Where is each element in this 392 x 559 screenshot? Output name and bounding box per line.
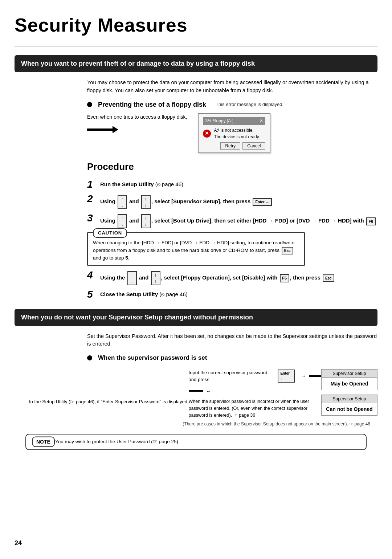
step-num-4: 4 — [87, 270, 98, 281]
caution-label: CAUTION — [93, 228, 127, 238]
step-4-content: Using the ↑↓ and ↑↓, select [Floppy Oper… — [100, 270, 335, 285]
supervisor-when-title: When the supervisor password is set — [98, 353, 207, 363]
bullet-dot — [87, 102, 92, 107]
step-5-content: Close the Setup Utility (⎋ page 46) — [100, 289, 188, 299]
floppy-diagram-row: Even when one tries to access a floppy d… — [87, 113, 377, 153]
kbd-up-2: ↑↓ — [118, 195, 127, 209]
step-5: 5 Close the Setup Utility (⎋ page 46) — [87, 289, 377, 300]
supervisor-left: In the Setup Utility (☞ page 46), if "En… — [29, 369, 189, 405]
section2: When you do not want your Supervisor Set… — [15, 309, 377, 450]
step-3: 3 Using ↑↓ and ↑↓, select [Boot Up Drive… — [87, 213, 377, 228]
error-x-icon: ✕ — [203, 130, 211, 138]
section2-body-text: Set the Supervisor Password. After it ha… — [87, 332, 377, 348]
step-2: 2 Using ↑↓ and ↑↓, select [Supervisor Se… — [87, 193, 377, 209]
supervisor-back-arrow-row: ← — [189, 388, 211, 395]
step-4: 4 Using the ↑↓ and ↑↓, select [Floppy Op… — [87, 270, 377, 285]
kbd-esc-4: Esc — [323, 274, 334, 282]
cancel-button[interactable]: Cancel — [242, 142, 265, 150]
supervisor-incorrect-text: When the supervisor password is incorrec… — [189, 398, 316, 419]
step-num-5: 5 — [87, 289, 98, 300]
supervisor-diagram: In the Setup Utility (☞ page 46), if "En… — [29, 369, 377, 419]
arrow-right-1 — [309, 375, 321, 377]
floppy-left-text: Even when one tries to access a floppy d… — [87, 113, 187, 133]
kbd-tab-4: ↑↓ — [151, 271, 160, 285]
arrow-head — [113, 126, 118, 133]
kbd-tab-3: ↑↓ — [141, 214, 151, 228]
supervisor-subtitle: When the supervisor password is set — [87, 353, 377, 363]
kbd-enter-2: Enter ← — [253, 198, 271, 206]
kbd-fn-4: F6 — [280, 274, 289, 282]
supervisor-input-row: Input the correct supervisor password an… — [189, 369, 321, 383]
top-divider — [15, 46, 377, 46]
section1-body: You may choose to protect the data on yo… — [87, 79, 377, 95]
preventing-subtitle: Preventing the use of a floppy disk This… — [87, 100, 377, 110]
retry-button[interactable]: Retry — [220, 142, 240, 150]
page-title: Security Measures — [15, 11, 377, 39]
caution-box: CAUTION When changing to the [HDD → FDD]… — [87, 232, 305, 266]
bullet-dot-2 — [87, 355, 92, 360]
step-num-1: 1 — [87, 179, 98, 190]
page-number: 24 — [15, 538, 22, 548]
error-box-title: 3½ Floppy [A:] ✕ — [203, 117, 265, 125]
caution-text: When changing to the [HDD → FDD] or [DVD… — [93, 239, 299, 262]
arrow-left-1 — [189, 390, 203, 392]
error-box: 3½ Floppy [A:] ✕ ✕ A:\ is not accessible… — [198, 113, 270, 153]
may-be-opened-title: Supervisor Setup — [322, 370, 377, 378]
note-text: You may wish to protect the User Passwor… — [55, 439, 180, 444]
kbd-up-3: ↑↓ — [118, 214, 127, 228]
bottom-note-small: (There are cases in which the Supervisor… — [15, 421, 370, 427]
procedure-title: Procedure — [87, 160, 377, 174]
section2-body: Set the Supervisor Password. After it ha… — [87, 332, 377, 348]
kbd-esc-caution: Esc — [282, 247, 293, 254]
section2-header: When you do not want your Supervisor Set… — [15, 309, 377, 326]
section1-header: When you want to prevent theft of or dam… — [15, 55, 377, 72]
kbd-fn-3: F6 — [366, 217, 376, 226]
cannot-be-opened-box: Supervisor Setup Can not be Opened — [321, 395, 377, 416]
kbd-up-4: ↑↓ — [127, 271, 137, 285]
cannot-be-opened-title: Supervisor Setup — [322, 395, 377, 403]
step-num-3: 3 — [87, 213, 98, 224]
step-1-content: Run the Setup Utility (⎋ page 46) — [100, 179, 183, 189]
may-be-opened-status: May be Opened — [322, 378, 377, 390]
cannot-be-opened-status: Can not be Opened — [322, 403, 377, 415]
step-2-content: Using ↑↓ and ↑↓, select [Supervisor Setu… — [100, 193, 273, 209]
note-box: NOTE You may wish to protect the User Pa… — [25, 434, 367, 450]
note-tag: NOTE — [32, 437, 55, 447]
kbd-enter-supervisor: Enter ← — [278, 370, 295, 383]
error-note-text: This error message is displayed. — [216, 101, 283, 108]
kbd-tab-2: ↑↓ — [141, 195, 151, 209]
step-num-2: 2 — [87, 193, 98, 205]
supervisor-center: Input the correct supervisor password an… — [189, 369, 321, 419]
error-buttons: Retry Cancel — [203, 142, 265, 150]
supervisor-right: Supervisor Setup May be Opened Superviso… — [321, 369, 377, 416]
may-be-opened-box: Supervisor Setup May be Opened — [321, 369, 377, 390]
arrow-body — [87, 128, 113, 131]
section1-body-text: You may choose to protect the data on yo… — [87, 79, 377, 95]
error-text: A:\ is not accessible. The device is not… — [214, 127, 260, 140]
step-1: 1 Run the Setup Utility (⎋ page 46) — [87, 179, 377, 190]
error-box-icon-row: ✕ A:\ is not accessible. The device is n… — [203, 127, 265, 140]
preventing-title-text: Preventing the use of a floppy disk — [98, 100, 206, 110]
step-3-content: Using ↑↓ and ↑↓, select [Boot Up Drive],… — [100, 213, 376, 228]
error-box-container: 3½ Floppy [A:] ✕ ✕ A:\ is not accessible… — [198, 113, 270, 153]
